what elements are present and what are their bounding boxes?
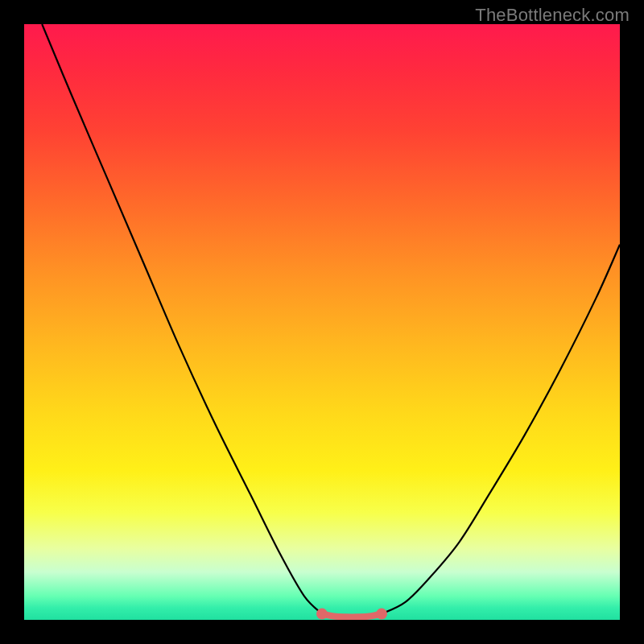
- bottom-marker-line: [322, 614, 382, 617]
- watermark-text: TheBottleneck.com: [475, 5, 630, 26]
- bottom-marker-dot-right: [376, 609, 387, 620]
- chart-svg: [24, 24, 620, 620]
- bottom-marker-dot-left: [316, 609, 328, 620]
- curve-right: [382, 245, 620, 614]
- chart-frame: TheBottleneck.com: [0, 0, 644, 644]
- curve-left: [42, 24, 322, 614]
